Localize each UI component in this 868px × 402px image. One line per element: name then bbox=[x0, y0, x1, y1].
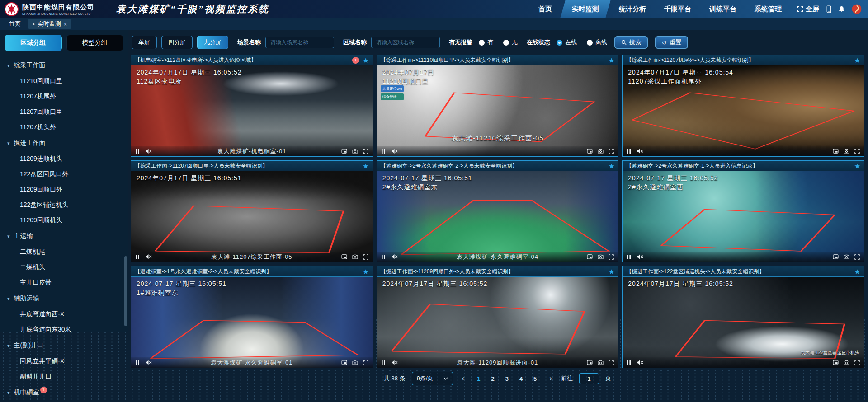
online-radio-1[interactable] bbox=[587, 40, 593, 46]
fullscreen-video-icon[interactable] bbox=[363, 254, 368, 260]
tree-item-3-1[interactable]: 井底弯道向东30米 bbox=[0, 322, 128, 337]
page-size-select[interactable]: 9条/页 bbox=[412, 372, 453, 385]
nav-item-4[interactable]: 训练平台 bbox=[700, 0, 745, 18]
tree-item-1-2[interactable]: 11209回顺口外 bbox=[0, 182, 128, 197]
tree-group-0[interactable]: ▾综采工作面 bbox=[0, 57, 128, 74]
record-icon[interactable] bbox=[341, 360, 347, 365]
page-number-4[interactable]: 4 bbox=[516, 374, 526, 383]
favorite-star-icon[interactable]: ★ bbox=[609, 163, 614, 169]
pause-icon[interactable] bbox=[627, 149, 631, 154]
nav-item-1[interactable]: 实时监测 bbox=[560, 0, 610, 18]
record-icon[interactable] bbox=[833, 254, 839, 259]
search-button[interactable]: 搜索 bbox=[614, 36, 648, 49]
fullscreen-video-icon[interactable] bbox=[363, 360, 368, 365]
page-number-1[interactable]: 1 bbox=[473, 374, 484, 383]
mute-icon[interactable] bbox=[637, 360, 643, 365]
nav-item-5[interactable]: 系统管理 bbox=[745, 0, 791, 18]
record-icon[interactable] bbox=[587, 254, 593, 259]
tab-close-icon[interactable]: × bbox=[64, 21, 67, 28]
pause-icon[interactable] bbox=[135, 360, 140, 365]
favorite-star-icon[interactable]: ★ bbox=[609, 57, 614, 64]
mute-icon[interactable] bbox=[391, 254, 398, 260]
mute-icon[interactable] bbox=[145, 148, 152, 154]
tree-item-4-0[interactable]: 回风立井平硐-X bbox=[0, 354, 128, 369]
video-frame[interactable]: 2024年07月17日 星期三 16:05:52袁大滩-122盘区辅运皮带机头 bbox=[623, 277, 864, 368]
tree-item-0-1[interactable]: 11207机尾外 bbox=[0, 89, 128, 104]
mute-icon[interactable] bbox=[391, 360, 398, 365]
favorite-star-icon[interactable]: ★ bbox=[854, 268, 860, 275]
fullscreen-video-icon[interactable] bbox=[609, 360, 614, 365]
video-frame[interactable]: 2024年07月17日 星期三 16:05:51袁大滩-11207综采工作面-0… bbox=[131, 171, 373, 262]
user-org-logo-icon[interactable] bbox=[852, 4, 862, 14]
favorite-star-icon[interactable]: ★ bbox=[363, 163, 368, 169]
sidebar-tab-1[interactable]: 模型分组 bbox=[66, 35, 124, 51]
video-frame[interactable]: 2024-07-17 星期三 16:05:512#永久避难硐室东袁大滩煤矿-永久… bbox=[377, 171, 618, 262]
tree-item-1-3[interactable]: 122盘区辅运机头 bbox=[0, 197, 128, 213]
alarm-radio-1[interactable] bbox=[503, 40, 509, 46]
pause-icon[interactable] bbox=[381, 360, 386, 365]
tree-item-1-0[interactable]: 11209进顺机头 bbox=[0, 151, 128, 167]
tree-group-4[interactable]: ▾主(副)井口 bbox=[0, 337, 128, 354]
pause-icon[interactable] bbox=[381, 254, 386, 260]
snapshot-icon[interactable] bbox=[598, 360, 604, 365]
nav-item-0[interactable]: 首页 bbox=[529, 0, 561, 18]
tab-active[interactable]: ● 实时监测 × bbox=[28, 19, 71, 29]
mute-icon[interactable] bbox=[391, 148, 398, 154]
pause-icon[interactable] bbox=[135, 254, 140, 260]
record-icon[interactable] bbox=[341, 149, 347, 154]
next-page-button[interactable]: › bbox=[547, 374, 555, 383]
record-icon[interactable] bbox=[833, 360, 839, 365]
page-number-2[interactable]: 2 bbox=[487, 374, 498, 383]
mute-icon[interactable] bbox=[637, 148, 643, 154]
tree-item-2-1[interactable]: 二煤机头 bbox=[0, 260, 128, 275]
tree-item-2-2[interactable]: 主井口皮带 bbox=[0, 275, 128, 290]
fullscreen-video-icon[interactable] bbox=[854, 360, 860, 365]
page-number-3[interactable]: 3 bbox=[502, 374, 512, 383]
tree-item-4-1[interactable]: 副斜井井口 bbox=[0, 369, 128, 384]
video-frame[interactable]: 2024年07月17日 星期三 16:05:5411207采煤工作面机尾外 bbox=[623, 65, 864, 156]
page-number-5[interactable]: 5 bbox=[530, 374, 540, 383]
fullscreen-button[interactable]: 全屏 bbox=[797, 5, 819, 14]
pause-icon[interactable] bbox=[135, 149, 140, 154]
tree-group-2[interactable]: ▾主运输 bbox=[0, 228, 128, 244]
fullscreen-video-icon[interactable] bbox=[854, 149, 860, 154]
favorite-star-icon[interactable]: ★ bbox=[363, 57, 368, 64]
alarm-radio-0[interactable] bbox=[479, 40, 485, 46]
mute-icon[interactable] bbox=[145, 360, 152, 365]
view-button-0[interactable]: 单屏 bbox=[132, 36, 157, 49]
record-icon[interactable] bbox=[341, 254, 347, 259]
video-frame[interactable]: 2024年07月17日11210回顺口里袁大滩-11210综采工作面-05人员定… bbox=[377, 65, 618, 156]
mute-icon[interactable] bbox=[637, 254, 643, 260]
prev-page-button[interactable]: ‹ bbox=[459, 374, 467, 383]
video-frame[interactable]: 2024-07-17 星期三 16:05:522#永久避难硐室西 bbox=[623, 171, 864, 262]
scene-name-input[interactable] bbox=[265, 37, 334, 48]
record-icon[interactable] bbox=[587, 149, 593, 154]
fullscreen-video-icon[interactable] bbox=[363, 149, 368, 154]
nav-item-2[interactable]: 统计分析 bbox=[610, 0, 655, 18]
sidebar-tab-0[interactable]: 区域分组 bbox=[5, 35, 62, 51]
snapshot-icon[interactable] bbox=[844, 149, 849, 154]
nav-item-3[interactable]: 千眼平台 bbox=[655, 0, 700, 18]
pause-icon[interactable] bbox=[381, 149, 386, 154]
favorite-star-icon[interactable]: ★ bbox=[854, 57, 860, 64]
snapshot-icon[interactable] bbox=[352, 360, 358, 365]
tree-item-3-0[interactable]: 井底弯道向西-X bbox=[0, 307, 128, 322]
snapshot-icon[interactable] bbox=[844, 254, 849, 259]
tree-item-1-4[interactable]: 11209回顺机头 bbox=[0, 213, 128, 228]
mobile-icon[interactable] bbox=[826, 5, 831, 13]
tree-item-0-3[interactable]: 11207机头外 bbox=[0, 120, 128, 135]
tree-item-1-1[interactable]: 122盘区回风口外 bbox=[0, 167, 128, 182]
record-icon[interactable] bbox=[833, 149, 839, 154]
pause-icon[interactable] bbox=[627, 254, 631, 260]
bell-icon[interactable] bbox=[839, 6, 844, 13]
snapshot-icon[interactable] bbox=[598, 149, 604, 154]
video-frame[interactable]: 2024年07月17日 星期三 16:05:52袁大滩-11209回顺掘进面-0… bbox=[377, 277, 618, 368]
goto-page-input[interactable] bbox=[579, 373, 599, 384]
fullscreen-video-icon[interactable] bbox=[609, 254, 614, 260]
view-button-1[interactable]: 四分屏 bbox=[161, 36, 193, 49]
tree-item-0-2[interactable]: 11207回顺口里 bbox=[0, 104, 128, 120]
tree-item-0-0[interactable]: 11210回顺口里 bbox=[0, 74, 128, 89]
favorite-star-icon[interactable]: ★ bbox=[363, 268, 368, 275]
snapshot-icon[interactable] bbox=[352, 254, 358, 259]
view-button-2[interactable]: 九分屏 bbox=[197, 36, 228, 49]
